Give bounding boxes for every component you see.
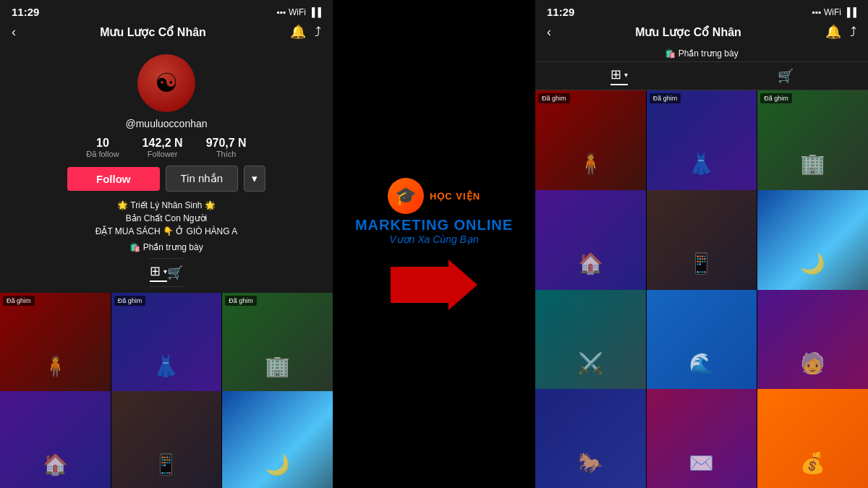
right-video-12[interactable]: 💰 Nếu một ngày bạn kiếm được nhiều tiền,… [757,389,868,488]
left-nav-icons: 🔔 ⤴ [290,24,321,40]
right-pinned-2: Đã ghim [650,93,681,103]
scene-3: 🏢 [265,354,290,378]
right-pinned-3: Đã ghim [760,93,792,103]
svg-marker-0 [391,260,477,310]
left-status-bar: 11:29 ▪▪▪ WiFi ▐▐ [0,0,333,21]
pinned-badge-1: Đã ghim [3,296,35,306]
right-video-10[interactable]: 🐎 Hiệu ứng ngựa hoang trong tâm lý học ▷… [535,389,646,488]
back-button[interactable]: ‹ [12,25,16,40]
logo-icon: 🎓 [388,178,424,214]
shop-icon: 🛒 [167,265,183,281]
right-status-bar: 11:29 ▪▪▪ WiFi ▐▐ [535,0,868,21]
right-tab-shop[interactable]: 🛒 [778,68,793,84]
left-video-grid: 🧍 Đã ghim Thủ đoạn thâm độc để hạ gục mộ… [0,293,333,488]
bio-line-2: Bản Chất Con Người [95,212,237,225]
likes-label: Thích [216,150,237,158]
follower-label: Follower [148,150,178,158]
right-wifi-icon: WiFi [824,7,841,17]
share-icon[interactable]: ⤴ [315,25,321,40]
message-button[interactable]: Tin nhắn [166,166,238,192]
logo-container: 🎓 HỌC VIỆN MARKETING ONLINE Vươn Xa Cùng… [355,178,513,245]
likes-value: 970,7 N [206,137,247,150]
logo-line2: MARKETING ONLINE [355,217,513,234]
tab-shop[interactable]: 🛒 [167,265,183,281]
scene-1: 🧍 [43,354,68,378]
tab-grid[interactable]: ⊞ ▾ [150,263,167,282]
grid-icon: ⊞ [150,263,161,279]
username-label: @muuluocconhan [125,118,207,129]
scene-2: 👗 [153,354,179,378]
bio-section: 🌟 Triết Lý Nhân Sinh 🌟 Bản Chất Con Ngườ… [95,199,237,238]
right-tabs-row: ⊞ ▾ 🛒 [535,61,868,90]
pinned-badge-3: Đã ghim [225,296,257,306]
right-phone: 11:29 ▪▪▪ WiFi ▐▐ ‹ Mưu Lược Cổ Nhân 🔔 ⤴… [535,0,868,488]
signal-icon: ▪▪▪ [276,7,286,17]
right-pinned-1: Đã ghim [538,93,570,103]
stats-row: 10 Đã follow 142,2 N Follower 970,7 N Th… [86,137,246,158]
follow-button[interactable]: Follow [67,167,160,191]
right-signal-icon: ▪▪▪ [812,7,821,17]
bio-line-3: ĐẶT MUA SÁCH 👇 Ở GIÒ HÀNG A [95,225,237,238]
arrow-container [391,260,477,310]
bio-line-1: 🌟 Triết Lý Nhân Sinh 🌟 [95,199,237,212]
profile-section: ☯ @muuluocconhan 10 Đã follow 142,2 N Fo… [0,46,333,293]
stat-follow: 10 Đã follow [86,137,119,158]
right-tab-grid-arrow: ▾ [624,71,628,79]
logo-tagline: Vươn Xa Cùng Bạn [389,234,479,245]
avatar-image: ☯ [155,68,178,98]
battery-icon: ▐▐ [309,7,321,17]
follow-label: Đã follow [86,150,119,158]
right-status-time: 11:29 [547,6,574,18]
right-nav-bar: ‹ Mưu Lược Cổ Nhân 🔔 ⤴ [535,21,868,46]
left-phone: 11:29 ▪▪▪ WiFi ▐▐ ‹ Mưu Lược Cổ Nhân 🔔 ⤴… [0,0,333,488]
stat-follower: 142,2 N Follower [142,137,183,158]
action-row: Follow Tin nhắn ▾ [67,166,265,192]
scene-4: 🏠 [43,453,68,476]
follower-value: 142,2 N [142,137,183,150]
red-arrow-svg [391,260,477,310]
tabs-row: ⊞ ▾ 🛒 [150,258,183,287]
right-video-grid: 🧍 Đã ghim Thủ đoạn thâm độc để hạ gục mộ… [535,90,868,488]
right-tab-grid[interactable]: ⊞ ▾ [610,67,628,85]
video-thumb-4[interactable]: 🏠 Nhất định phải vui vẻ tân hướng từng k… [0,391,111,489]
pinned-badge-2: Đã ghim [114,296,146,306]
right-bell-icon[interactable]: 🔔 [825,24,841,40]
more-button[interactable]: ▾ [244,166,265,192]
logo-line1: HỌC VIỆN [430,191,480,202]
shop-link[interactable]: 🛍️ Phần trưng bày [129,242,203,252]
wifi-icon: WiFi [289,7,306,17]
right-battery-icon: ▐▐ [844,7,856,17]
right-shop-label-row: 🛍️ Phần trưng bày [535,46,868,61]
left-nav-title: Mưu Lược Cổ Nhân [100,25,206,39]
right-back-button[interactable]: ‹ [547,25,551,40]
video-thumb-6[interactable]: 🌙 Âm mưu xử lý khi công lao của trung th… [222,391,333,489]
middle-section: 🎓 HỌC VIỆN MARKETING ONLINE Vươn Xa Cùng… [333,0,535,488]
scene-5: 📱 [153,453,179,476]
right-shop-label: 🛍️ Phần trưng bày [665,48,738,59]
right-video-11[interactable]: ✉️ Tại sao trong phong bì không phải là … [647,389,757,488]
right-share-icon[interactable]: ⤴ [850,25,856,40]
bell-icon[interactable]: 🔔 [290,24,306,40]
scene-6: 🌙 [265,453,290,476]
video-thumb-5[interactable]: 📱 Vợ hoặc chồng lén lút tâm sự với người… [111,391,222,489]
left-status-icons: ▪▪▪ WiFi ▐▐ [276,7,321,17]
left-status-time: 11:29 [12,6,39,18]
stat-likes: 970,7 N Thích [206,137,247,158]
shop-label: 🛍️ Phần trưng bày [129,242,203,252]
right-nav-title: Mưu Lược Cổ Nhân [635,25,741,39]
avatar: ☯ [137,54,195,112]
right-shop-icon: 🛒 [778,68,793,84]
right-grid-icon: ⊞ [610,67,621,82]
right-nav-icons: 🔔 ⤴ [825,24,856,40]
follow-value: 10 [96,137,109,150]
left-nav-bar: ‹ Mưu Lược Cổ Nhân 🔔 ⤴ [0,21,333,46]
right-status-icons: ▪▪▪ WiFi ▐▐ [812,7,856,17]
